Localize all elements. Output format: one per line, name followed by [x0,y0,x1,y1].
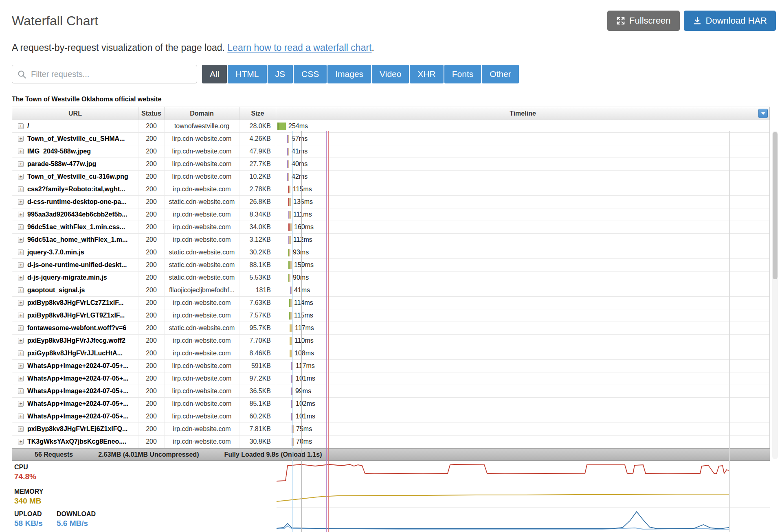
request-url: pxiByp8kv8JHgFVrLEj6Z1xlFQ... [27,425,127,433]
expand-icon[interactable]: + [18,287,24,293]
request-status: 200 [138,183,165,195]
table-row[interactable]: +pxiByp8kv8JHgFVrLEj6Z1xlFQ...200irp.cdn… [12,423,769,436]
expand-icon[interactable]: + [18,388,24,394]
table-row[interactable]: +pxiByp8kv8JHgFVrLCz7Z1xlF...200irp.cdn-… [12,297,769,309]
filter-tab-css[interactable]: CSS [294,65,327,83]
table-row[interactable]: +WhatsApp+Image+2024-07-05+...200lirp.cd… [12,398,769,410]
table-row[interactable]: +fontawesome-webfont.woff?v=6200static.c… [12,322,769,335]
table-row[interactable]: +/200townofwestville.org28.0KB254ms [12,120,769,133]
table-row[interactable]: +WhatsApp+Image+2024-07-05+...200lirp.cd… [12,410,769,423]
request-timeline: 41ms [276,145,769,158]
request-url: WhatsApp+Image+2024-07-05+... [27,375,129,382]
request-status: 200 [138,410,165,423]
filter-tab-js[interactable]: JS [268,65,293,83]
filter-tab-images[interactable]: Images [327,65,371,83]
table-row[interactable]: +IMG_2049-588w.jpeg200lirp.cdn-website.c… [12,145,769,158]
filter-tab-html[interactable]: HTML [228,65,266,83]
fullscreen-button[interactable]: Fullscreen [607,11,679,31]
expand-icon[interactable]: + [18,149,24,154]
request-domain: irp.cdn-website.com [165,208,239,221]
expand-icon[interactable]: + [18,237,24,243]
table-row[interactable]: +Town_of_Westville_cu-316w.png200lirp.cd… [12,171,769,183]
expand-icon[interactable]: + [18,275,24,280]
filter-tab-other[interactable]: Other [482,65,519,83]
timeline-options-dropdown[interactable] [758,109,768,118]
filter-tab-all[interactable]: All [202,65,227,83]
waterfall-bar-segment [292,413,293,420]
expand-icon[interactable]: + [18,401,24,407]
request-url-cell: +WhatsApp+Image+2024-07-05+... [12,372,138,385]
filter-tab-xhr[interactable]: XHR [410,65,443,83]
request-status: 200 [138,259,165,271]
table-row[interactable]: +d-css-runtime-desktop-one-pa...200stati… [12,196,769,208]
expand-icon[interactable]: + [18,439,24,444]
request-url-cell: +96dc51ac_home_withFlex_1.m... [12,234,138,246]
waterfall-bar-segment [291,350,292,357]
expand-icon[interactable]: + [18,313,24,318]
table-row[interactable]: +gaoptout_signal.js200fllaojicojecljbmef… [12,284,769,297]
table-row[interactable]: +96dc51ac_withFlex_1.min.css...200irp.cd… [12,221,769,234]
expand-icon[interactable]: + [18,350,24,356]
expand-icon[interactable]: + [18,136,24,142]
expand-icon[interactable]: + [18,199,24,205]
table-row[interactable]: +995aa3ad9206434eb6cbb2ef5b...200irp.cdn… [12,208,769,221]
table-row[interactable]: +pxiEyp8kv8JHgFVrJJfecg.woff2200irp.cdn-… [12,335,769,347]
expand-icon[interactable]: + [18,363,24,369]
expand-icon[interactable]: + [18,212,24,217]
request-time: 41ms [292,148,308,155]
table-row[interactable]: +pxiByp8kv8JHgFVrLGT9Z1xlF...200irp.cdn-… [12,309,769,322]
expand-icon[interactable]: + [18,338,24,344]
summary-size: 2.63MB (4.01MB Uncompressed) [98,451,199,458]
request-size: 7.70KB [239,335,276,347]
request-time: 135ms [293,198,313,206]
request-url: WhatsApp+Image+2024-07-05+... [27,362,129,370]
request-url-cell: +/ [12,120,138,132]
expand-icon[interactable]: + [18,426,24,432]
waterfall-help-link[interactable]: Learn how to read a waterfall chart [227,42,371,53]
table-row[interactable]: +WhatsApp+Image+2024-07-05+...200lirp.cd… [12,372,769,385]
expand-icon[interactable]: + [18,123,24,129]
expand-icon[interactable]: + [18,174,24,180]
waterfall-bar-segment [292,400,293,408]
expand-icon[interactable]: + [18,325,24,331]
table-row[interactable]: +pxiGyp8kv8JHgFVrJJLucHtA...200irp.cdn-w… [12,347,769,360]
request-status: 200 [138,171,165,183]
scrollbar-thumb[interactable] [773,132,778,279]
expand-icon[interactable]: + [18,250,24,255]
expand-icon[interactable]: + [18,376,24,381]
expand-icon[interactable]: + [18,262,24,268]
request-timeline: 99ms [276,385,769,397]
request-status: 200 [138,120,165,132]
table-row[interactable]: +parade-588w-477w.jpg200lirp.cdn-website… [12,158,769,171]
table-row[interactable]: +d-js-one-runtime-unified-deskt...200sta… [12,259,769,271]
request-status: 200 [138,385,165,397]
table-row[interactable]: +css2?family=Roboto:ital,wght...200irp.c… [12,183,769,196]
request-size: 47.9KB [239,145,276,158]
request-time: 101ms [296,413,315,420]
filter-tab-video[interactable]: Video [372,65,409,83]
request-time: 57ms [292,135,308,142]
request-timeline: 115ms [276,309,769,322]
request-status: 200 [138,297,165,309]
expand-icon[interactable]: + [18,186,24,192]
table-row[interactable]: +WhatsApp+Image+2024-07-05+...200lirp.cd… [12,385,769,398]
expand-icon[interactable]: + [18,414,24,419]
table-row[interactable]: +d-js-jquery-migrate.min.js200static.cdn… [12,271,769,284]
table-row[interactable]: +96dc51ac_home_withFlex_1.m...200irp.cdn… [12,234,769,246]
download-har-button[interactable]: Download HAR [684,11,776,31]
expand-icon[interactable]: + [18,161,24,167]
table-row[interactable]: +WhatsApp+Image+2024-07-05+...200lirp.cd… [12,360,769,372]
waterfall-page: Waterfall Chart Fullscreen Download HAR [12,11,776,532]
request-timeline: 102ms [276,398,769,410]
table-row[interactable]: +Town_of_Westville_cu_SHMA...200lirp.cdn… [12,133,769,145]
request-domain: irp.cdn-website.com [165,423,239,435]
request-timeline: 42ms [276,171,769,183]
filter-requests-input[interactable] [12,65,197,83]
expand-icon[interactable]: + [18,300,24,306]
expand-icon[interactable]: + [18,224,24,230]
table-row[interactable]: +jquery-3.7.0.min.js200static.cdn-websit… [12,246,769,259]
request-url-cell: +995aa3ad9206434eb6cbb2ef5b... [12,208,138,221]
filter-tab-fonts[interactable]: Fonts [444,65,481,83]
table-scrollbar[interactable] [772,131,778,459]
table-row[interactable]: +TK3gWksYAxQ7jbsKcg8Eneo....200irp.cdn-w… [12,436,769,448]
